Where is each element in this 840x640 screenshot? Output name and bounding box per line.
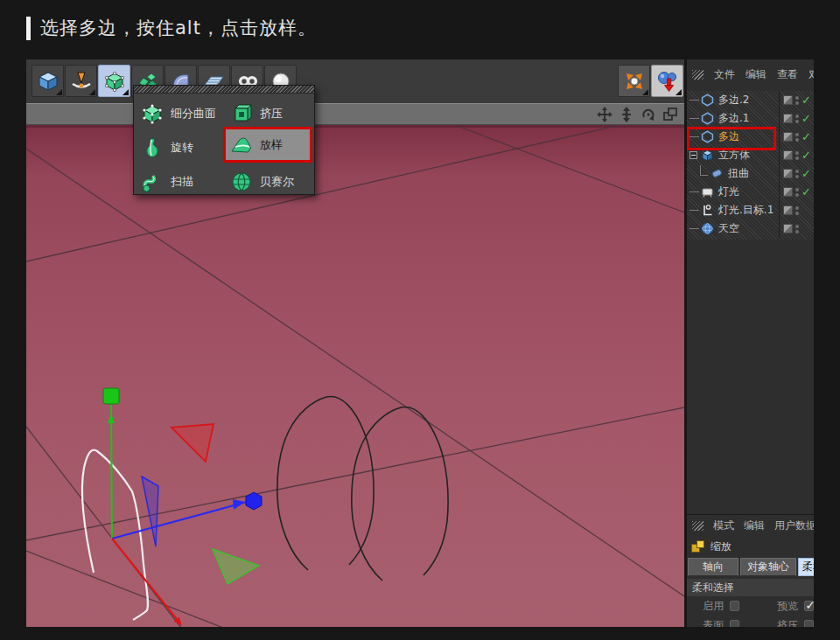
bend-icon (710, 167, 724, 180)
object-row-cube[interactable]: 立方体 ✓ (687, 146, 814, 164)
preview-checkbox-checked[interactable] (804, 601, 814, 611)
enabled-check-icon[interactable]: ✓ (802, 168, 813, 179)
visibility-dots[interactable] (795, 170, 799, 178)
add-cube-button[interactable] (32, 65, 64, 97)
axis-x-arrow (174, 617, 182, 626)
spline-pen-button[interactable] (65, 65, 97, 97)
menu-item-label: 细分曲面 (171, 106, 216, 122)
am-menu-userdata[interactable]: 用户数据 (774, 518, 814, 533)
viewport-scene (26, 125, 684, 627)
axis-y-handle[interactable] (103, 388, 119, 404)
menu-item-label: 贝赛尔 (260, 174, 294, 190)
menu-item-lathe[interactable]: 旋转 (141, 132, 225, 163)
om-menu-edit[interactable]: 编辑 (746, 67, 766, 82)
layer-toggle[interactable] (783, 205, 793, 215)
option4-checkbox[interactable] (804, 620, 814, 627)
collapse-box-icon[interactable] (690, 151, 697, 159)
object-row-bend[interactable]: 扭曲 ✓ (687, 164, 814, 183)
visibility-dots[interactable] (795, 206, 799, 215)
object-row-light[interactable]: 灯光 ✓ (687, 183, 814, 201)
enabled-check-icon[interactable]: ✓ (802, 131, 813, 143)
layer-toggle[interactable] (783, 169, 793, 178)
layer-toggle[interactable] (783, 224, 793, 233)
enabled-check-icon[interactable]: ✓ (802, 150, 813, 161)
menu-item-bezier[interactable]: 贝赛尔 (230, 166, 314, 198)
ngon-spline-icon (701, 112, 714, 125)
tree-connector (700, 165, 708, 176)
visibility-dots[interactable] (795, 225, 799, 233)
ngon-spline-icon (701, 130, 714, 143)
visibility-dots[interactable] (795, 151, 799, 160)
maximize-view-icon[interactable] (662, 107, 679, 122)
enabled-check-icon[interactable]: ✓ (802, 113, 813, 124)
menu-item-subdivision-surface[interactable]: 细分曲面 (141, 98, 225, 129)
tab-object-axis[interactable]: 对象轴心 (740, 558, 796, 576)
grid-lines (26, 125, 684, 627)
am-menu-mode[interactable]: 模式 (713, 518, 734, 533)
layer-toggle[interactable] (783, 187, 793, 197)
panel-grip-icon[interactable] (692, 521, 704, 531)
spheres-download-button[interactable] (651, 65, 683, 97)
active-tool-row: 缩放 (687, 536, 814, 557)
visibility-dots[interactable] (795, 115, 799, 123)
tab-soft-selection[interactable]: 柔和选择 (798, 558, 814, 576)
menu-item-extrude[interactable]: 挤压 (230, 98, 314, 129)
panel-grip-icon[interactable] (692, 70, 704, 80)
lathe-icon (141, 136, 164, 159)
rotate-view-icon[interactable] (640, 107, 657, 122)
object-row-light-target[interactable]: 灯光.目标.1 (687, 201, 814, 219)
visibility-dots[interactable] (795, 188, 799, 197)
menu-item-sweep[interactable]: 扫描 (141, 166, 225, 198)
om-menu-objects[interactable]: 对象 (808, 67, 814, 82)
object-manager-panel: 文件 编辑 查看 对象 多边.2 ✓ 多边.1 ✓ (687, 59, 814, 514)
dolly-view-icon[interactable] (618, 107, 635, 122)
visibility-dots[interactable] (795, 96, 799, 105)
axis-center-button[interactable] (618, 65, 650, 97)
bezier-icon (230, 170, 253, 193)
surface-checkbox[interactable] (730, 620, 739, 627)
plane-handle-green[interactable] (213, 549, 259, 584)
menu-item-label: 放样 (260, 137, 283, 153)
enabled-check-icon[interactable]: ✓ (802, 186, 813, 198)
object-row-ngon-selected[interactable]: 多边 ✓ (687, 128, 814, 146)
enabled-check-icon[interactable]: ✓ (802, 94, 813, 106)
subdivision-surface-icon (141, 102, 164, 125)
tab-axis[interactable]: 轴向 (688, 558, 738, 576)
axis-z-handle[interactable] (246, 492, 262, 510)
layer-toggle[interactable] (783, 150, 793, 160)
object-row-ngon1[interactable]: 多边.1 ✓ (687, 109, 814, 128)
menu-grip-strip[interactable] (134, 86, 314, 94)
scale-tool-icon (691, 540, 704, 553)
ngon-spline-icon (701, 94, 714, 107)
cube-icon (701, 149, 714, 162)
plane-handle-blue[interactable] (142, 477, 158, 546)
enable-checkbox[interactable] (730, 601, 739, 611)
tutorial-title: 选择多边，按住alt，点击放样。 (40, 16, 317, 40)
option-row-2-clipped: 表面 挤压 (687, 616, 814, 627)
option-row-1: 启用 预览 (687, 596, 814, 616)
layer-toggle[interactable] (783, 114, 793, 123)
option4-label: 挤压 (761, 618, 798, 628)
layer-toggle[interactable] (783, 95, 793, 105)
am-menu-edit[interactable]: 编辑 (744, 518, 765, 533)
surface-label: 表面 (687, 618, 724, 628)
layer-toggle[interactable] (783, 132, 793, 142)
viewport-titlebar (26, 103, 684, 125)
om-menu-view[interactable]: 查看 (777, 67, 798, 82)
polygon-splines-black[interactable] (277, 396, 448, 581)
visibility-dots[interactable] (795, 133, 799, 142)
light-icon (701, 185, 714, 198)
object-row-sky[interactable]: 天空 (687, 219, 814, 238)
app-root: 选择多边，按住alt，点击放样。 (0, 0, 840, 640)
3d-viewport[interactable] (26, 125, 684, 627)
pan-view-icon[interactable] (596, 107, 613, 122)
generators-button-selected[interactable] (98, 65, 130, 97)
menu-item-loft-highlighted[interactable]: 放样 (223, 127, 312, 163)
attribute-tabs: 轴向 对象轴心 柔和选择 (687, 557, 814, 577)
generator-dropdown-menu: 细分曲面 挤压 旋转 放样 (133, 85, 315, 195)
plane-handle-red[interactable] (172, 424, 214, 462)
enable-label: 启用 (687, 599, 724, 614)
om-menu-file[interactable]: 文件 (714, 67, 735, 82)
object-row-ngon2[interactable]: 多边.2 ✓ (687, 91, 814, 109)
object-tree: 多边.2 ✓ 多边.1 ✓ 多边 ✓ (687, 91, 814, 240)
